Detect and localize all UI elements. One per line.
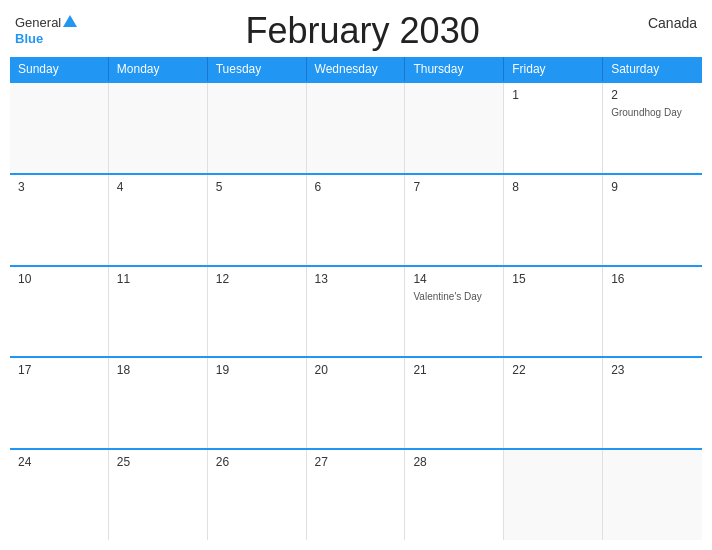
calendar-body: 12Groundhog Day34567891011121314Valentin…: [10, 81, 702, 540]
header-monday: Monday: [109, 57, 208, 81]
day-number: 28: [413, 455, 495, 469]
calendar-cell-w4-d3: 20: [307, 358, 406, 448]
calendar-cell-w2-d6: 9: [603, 175, 702, 265]
calendar-cell-w5-d4: 28: [405, 450, 504, 540]
day-number: 27: [315, 455, 397, 469]
header-friday: Friday: [504, 57, 603, 81]
day-number: 8: [512, 180, 594, 194]
calendar-page: General Blue February 2030 Canada Sunday…: [0, 0, 712, 550]
calendar-cell-w1-d4: [405, 83, 504, 173]
day-number: 20: [315, 363, 397, 377]
country-label: Canada: [648, 10, 697, 31]
calendar-cell-w5-d5: [504, 450, 603, 540]
calendar-cell-w5-d1: 25: [109, 450, 208, 540]
day-number: 18: [117, 363, 199, 377]
day-number: 4: [117, 180, 199, 194]
day-number: 25: [117, 455, 199, 469]
calendar-cell-w4-d6: 23: [603, 358, 702, 448]
day-number: 15: [512, 272, 594, 286]
header-tuesday: Tuesday: [208, 57, 307, 81]
calendar-cell-w3-d5: 15: [504, 267, 603, 357]
calendar-cell-w3-d0: 10: [10, 267, 109, 357]
calendar-cell-w5-d6: [603, 450, 702, 540]
day-number: 17: [18, 363, 100, 377]
day-number: 23: [611, 363, 694, 377]
calendar-cell-w5-d2: 26: [208, 450, 307, 540]
day-number: 21: [413, 363, 495, 377]
day-number: 10: [18, 272, 100, 286]
day-number: 9: [611, 180, 694, 194]
calendar-cell-w2-d3: 6: [307, 175, 406, 265]
calendar-week-4: 17181920212223: [10, 356, 702, 448]
day-number: 13: [315, 272, 397, 286]
calendar-cell-w2-d2: 5: [208, 175, 307, 265]
calendar-week-5: 2425262728: [10, 448, 702, 540]
calendar-cell-w5-d3: 27: [307, 450, 406, 540]
calendar-cell-w4-d4: 21: [405, 358, 504, 448]
day-number: 19: [216, 363, 298, 377]
calendar-week-2: 3456789: [10, 173, 702, 265]
day-number: 5: [216, 180, 298, 194]
logo-general-text: General: [15, 15, 61, 31]
calendar-cell-w2-d5: 8: [504, 175, 603, 265]
calendar-cell-w4-d5: 22: [504, 358, 603, 448]
header-saturday: Saturday: [603, 57, 702, 81]
calendar-cell-w2-d0: 3: [10, 175, 109, 265]
calendar-cell-w4-d2: 19: [208, 358, 307, 448]
calendar-week-1: 12Groundhog Day: [10, 81, 702, 173]
logo-triangle-icon: [63, 15, 77, 27]
calendar-cell-w2-d1: 4: [109, 175, 208, 265]
calendar-week-3: 1011121314Valentine's Day1516: [10, 265, 702, 357]
day-number: 7: [413, 180, 495, 194]
calendar-cell-w3-d1: 11: [109, 267, 208, 357]
calendar-title: February 2030: [77, 10, 648, 52]
day-number: 16: [611, 272, 694, 286]
day-number: 26: [216, 455, 298, 469]
header-sunday: Sunday: [10, 57, 109, 81]
day-event: Groundhog Day: [611, 107, 694, 118]
calendar-cell-w1-d2: [208, 83, 307, 173]
calendar-cell-w2-d4: 7: [405, 175, 504, 265]
calendar-grid: Sunday Monday Tuesday Wednesday Thursday…: [0, 57, 712, 550]
calendar-cell-w4-d0: 17: [10, 358, 109, 448]
header-wednesday: Wednesday: [307, 57, 406, 81]
calendar-cell-w1-d6: 2Groundhog Day: [603, 83, 702, 173]
day-number: 6: [315, 180, 397, 194]
day-number: 11: [117, 272, 199, 286]
header-thursday: Thursday: [405, 57, 504, 81]
logo-blue-text: Blue: [15, 31, 77, 47]
day-number: 24: [18, 455, 100, 469]
day-number: 22: [512, 363, 594, 377]
calendar-cell-w1-d5: 1: [504, 83, 603, 173]
calendar-cell-w3-d4: 14Valentine's Day: [405, 267, 504, 357]
calendar-cell-w3-d6: 16: [603, 267, 702, 357]
calendar-cell-w5-d0: 24: [10, 450, 109, 540]
calendar-cell-w4-d1: 18: [109, 358, 208, 448]
day-number: 2: [611, 88, 694, 102]
calendar-cell-w1-d0: [10, 83, 109, 173]
calendar-header-row: Sunday Monday Tuesday Wednesday Thursday…: [10, 57, 702, 81]
day-number: 3: [18, 180, 100, 194]
page-header: General Blue February 2030 Canada: [0, 0, 712, 57]
day-number: 12: [216, 272, 298, 286]
day-event: Valentine's Day: [413, 291, 495, 302]
calendar-cell-w1-d1: [109, 83, 208, 173]
calendar-cell-w1-d3: [307, 83, 406, 173]
calendar-cell-w3-d3: 13: [307, 267, 406, 357]
logo: General Blue: [15, 15, 77, 46]
day-number: 1: [512, 88, 594, 102]
calendar-cell-w3-d2: 12: [208, 267, 307, 357]
day-number: 14: [413, 272, 495, 286]
